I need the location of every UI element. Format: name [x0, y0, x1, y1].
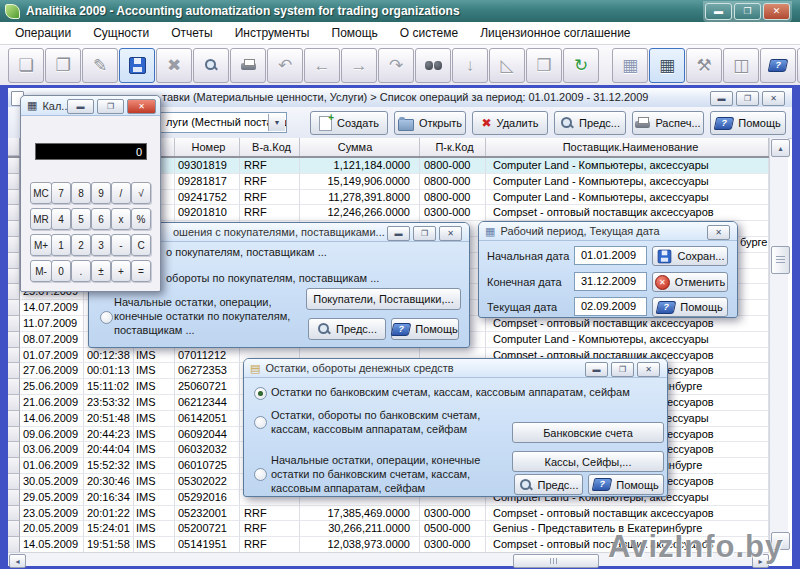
- money-close-button[interactable]: ✕: [637, 362, 660, 377]
- help-button[interactable]: Помощь: [710, 111, 786, 135]
- preview-button[interactable]: Предс...: [554, 111, 626, 135]
- help-book-button[interactable]: [760, 48, 796, 83]
- calc-key-1[interactable]: 1: [51, 234, 71, 256]
- calc-key-8[interactable]: 8: [71, 182, 91, 204]
- money-minimize-button[interactable]: ▬: [585, 362, 608, 377]
- chevron-down-icon[interactable]: ▼: [268, 114, 285, 131]
- money-help-button[interactable]: Помощь: [588, 474, 664, 495]
- undo-button[interactable]: ↶: [267, 48, 303, 83]
- partners-close-button[interactable]: ✕: [439, 226, 462, 241]
- table-row[interactable]: 23.05.200920:01:22IMS05232001RRF17,385,4…: [8, 506, 769, 522]
- row-header-box[interactable]: [8, 300, 20, 316]
- column-header-5[interactable]: В-а.Код: [240, 138, 300, 156]
- period-close-button[interactable]: ✕: [707, 225, 730, 240]
- menu-item-5[interactable]: Помощь: [321, 23, 389, 43]
- calc-key--[interactable]: -: [111, 234, 131, 256]
- scroll-left-icon[interactable]: ◂: [9, 554, 26, 568]
- redo-button[interactable]: ↷: [378, 48, 414, 83]
- bank-accounts-button[interactable]: Банковские счета: [512, 422, 664, 443]
- edit-note-button[interactable]: ✎: [82, 48, 118, 83]
- refresh-button[interactable]: ↻: [563, 48, 599, 83]
- period-cancel-button[interactable]: Отменить: [652, 272, 728, 292]
- calculator-button[interactable]: ▦: [649, 48, 685, 83]
- paste-clipboard-button[interactable]: ❒: [526, 48, 562, 83]
- calc-minimize-button[interactable]: ▬: [67, 99, 94, 114]
- calc-restore-button[interactable]: ❐: [97, 99, 124, 114]
- calc-key-√[interactable]: √: [131, 182, 151, 204]
- list-restore-button[interactable]: ❐: [736, 91, 759, 106]
- row-header-box[interactable]: [8, 269, 20, 285]
- archive-button[interactable]: ◫: [723, 48, 759, 83]
- ruler-button[interactable]: ◺: [489, 48, 525, 83]
- down-arrow-button[interactable]: ↓: [452, 48, 488, 83]
- calc-key-9[interactable]: 9: [91, 182, 111, 204]
- close-button[interactable]: ✕: [763, 3, 790, 20]
- menu-item-4[interactable]: Инструменты: [224, 23, 321, 43]
- delete-button[interactable]: ✖: [156, 48, 192, 83]
- menu-item-3[interactable]: Отчеты: [160, 23, 223, 43]
- row-header-box[interactable]: [8, 442, 20, 458]
- calendar-button[interactable]: ▦: [612, 48, 648, 83]
- save-button[interactable]: [119, 48, 155, 83]
- open-folder-button[interactable]: ❐: [45, 48, 81, 83]
- partners-preview-button[interactable]: Предс...: [308, 318, 386, 340]
- row-header-box[interactable]: [8, 379, 20, 395]
- row-header-box[interactable]: [8, 205, 20, 221]
- calc-key-x[interactable]: x: [111, 208, 131, 230]
- print-button[interactable]: [230, 48, 266, 83]
- back-button[interactable]: ←: [304, 48, 340, 83]
- open-button[interactable]: Открыть: [394, 111, 466, 135]
- row-header-box[interactable]: [8, 363, 20, 379]
- row-header-box[interactable]: [8, 316, 20, 332]
- money-option-1-radio[interactable]: [254, 387, 267, 400]
- menu-item-1[interactable]: Операции: [4, 23, 82, 43]
- row-header-box[interactable]: [8, 458, 20, 474]
- money-preview-button[interactable]: Предс...: [514, 474, 583, 495]
- row-header-box[interactable]: [8, 427, 20, 443]
- partners-help-button[interactable]: Помощь: [391, 318, 459, 340]
- print-button[interactable]: Распеч...: [632, 111, 704, 135]
- preview-button[interactable]: [193, 48, 229, 83]
- column-header-4[interactable]: Номер: [175, 138, 240, 156]
- menu-item-2[interactable]: Сущности: [82, 23, 160, 43]
- calc-key-C[interactable]: C: [131, 234, 151, 256]
- horizontal-scroll-thumb[interactable]: [513, 554, 599, 568]
- row-header-box[interactable]: [8, 348, 20, 364]
- row-header-box[interactable]: [8, 506, 20, 522]
- calc-key-2[interactable]: 2: [71, 234, 91, 256]
- row-header-box[interactable]: [8, 174, 20, 190]
- period-save-button[interactable]: Сохран...: [652, 246, 728, 266]
- calc-key-=[interactable]: =: [131, 260, 151, 282]
- row-header-box[interactable]: [8, 221, 20, 237]
- calc-key-%[interactable]: %: [131, 208, 151, 230]
- vertical-scroll-thumb[interactable]: [771, 246, 790, 274]
- row-header-box[interactable]: [8, 490, 20, 506]
- row-header-box[interactable]: [8, 158, 20, 174]
- calc-key-3[interactable]: 3: [91, 234, 111, 256]
- maximize-button[interactable]: ❐: [734, 3, 761, 20]
- binoculars-button[interactable]: [415, 48, 451, 83]
- minimize-button[interactable]: ▬: [705, 3, 732, 20]
- list-close-button[interactable]: ✕: [762, 91, 785, 106]
- row-header-box[interactable]: [8, 253, 20, 269]
- calc-key-5[interactable]: 5: [71, 208, 91, 230]
- calc-key-.[interactable]: .: [71, 260, 91, 282]
- calc-key-±[interactable]: ±: [91, 260, 111, 282]
- main-titlebar[interactable]: Analitika 2009 - Accounting automatizati…: [0, 0, 800, 22]
- row-header-box[interactable]: [8, 190, 20, 206]
- period-field-value-3[interactable]: 02.09.2009: [574, 297, 647, 316]
- new-document-button[interactable]: ❏: [8, 48, 44, 83]
- row-header-box[interactable]: [8, 332, 20, 348]
- cash-safes-button[interactable]: Кассы, Сейфы,...: [512, 451, 664, 472]
- calc-key-MR[interactable]: MR: [30, 208, 52, 230]
- delete-button[interactable]: Удалить: [472, 111, 548, 135]
- calc-key-M+[interactable]: M+: [30, 234, 52, 256]
- partners-minimize-button[interactable]: ▬: [387, 226, 410, 241]
- calc-key-+[interactable]: +: [111, 260, 131, 282]
- scroll-up-icon[interactable]: ▴: [771, 139, 790, 157]
- menu-item-6[interactable]: О системе: [389, 23, 469, 43]
- column-header-7[interactable]: П-к.Код: [420, 138, 486, 156]
- row-header-box[interactable]: [8, 237, 20, 253]
- column-header-6[interactable]: Сумма: [300, 138, 420, 156]
- row-header-box[interactable]: [8, 411, 20, 427]
